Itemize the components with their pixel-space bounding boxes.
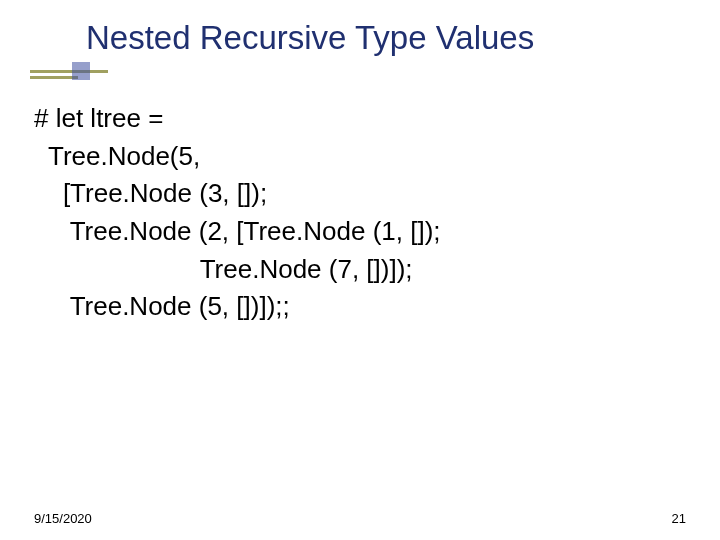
title-decoration (30, 62, 108, 86)
deco-square (72, 62, 90, 80)
code-line: Tree.Node (5, [])]);; (34, 288, 686, 326)
code-line: [Tree.Node (3, []); (34, 175, 686, 213)
deco-line (30, 70, 108, 73)
code-line: Tree.Node (2, [Tree.Node (1, []); (34, 213, 686, 251)
code-line: # let ltree = (34, 100, 686, 138)
code-line: Tree.Node(5, (34, 138, 686, 176)
deco-line (30, 76, 78, 79)
footer: 9/15/2020 21 (34, 511, 686, 526)
page-number: 21 (672, 511, 686, 526)
footer-date: 9/15/2020 (34, 511, 92, 526)
slide-body: # let ltree = Tree.Node(5, [Tree.Node (3… (34, 100, 686, 326)
slide: Nested Recursive Type Values # let ltree… (0, 0, 720, 540)
code-line: Tree.Node (7, [])]); (34, 251, 686, 289)
slide-title: Nested Recursive Type Values (86, 18, 690, 58)
title-block: Nested Recursive Type Values (30, 18, 690, 58)
